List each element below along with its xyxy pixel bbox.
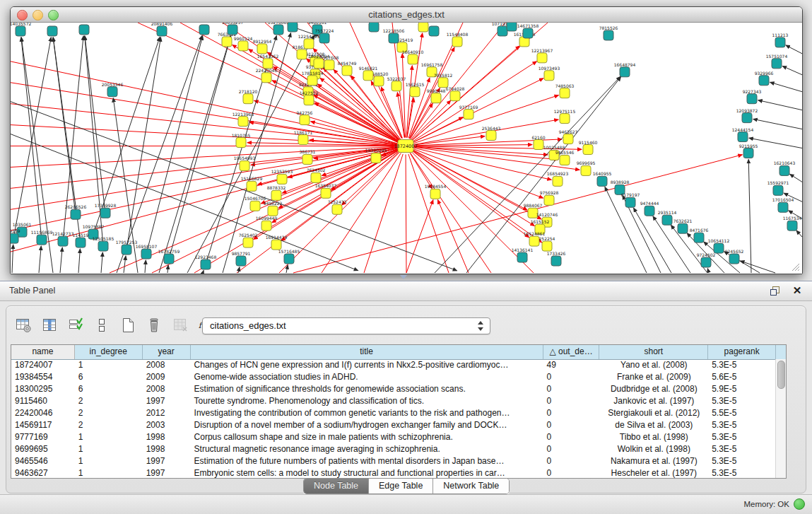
table-row[interactable]: 946554611997Estimation of the future num… <box>11 455 776 467</box>
graph-node[interactable] <box>199 25 209 35</box>
graph-node[interactable]: 16648794 <box>614 62 636 77</box>
graph-node[interactable]: 9463627 <box>559 129 578 144</box>
row-height-icon[interactable] <box>92 315 112 335</box>
graph-node[interactable]: 7625402 <box>239 233 258 247</box>
graph-node[interactable]: 1640955 <box>593 171 612 186</box>
graph-node[interactable]: 9857791 <box>232 251 251 266</box>
graph-node[interactable]: 1427512 <box>300 90 319 105</box>
graph-node[interactable]: 16854923 <box>547 171 569 186</box>
graph-node[interactable]: 8813054 <box>365 23 384 32</box>
graph-node[interactable]: 16958107 <box>136 244 158 259</box>
graph-node[interactable]: 14136141 <box>512 247 534 262</box>
column-header-title[interactable]: title <box>191 345 543 359</box>
graph-node[interactable]: 12213967 <box>531 48 553 63</box>
column-header-in_degree[interactable]: in_degree <box>75 345 143 359</box>
table-row[interactable]: 1872400712008Changes of HCN gene express… <box>11 359 776 371</box>
graph-node[interactable]: 12975115 <box>554 109 576 124</box>
graph-node[interactable]: 16782759 <box>158 249 180 264</box>
graph-node[interactable]: 1167534 <box>783 216 802 230</box>
graph-node[interactable]: 2536443 <box>482 126 501 141</box>
graph-node[interactable]: 20891406 <box>151 23 173 36</box>
column-header-year[interactable]: year <box>143 345 191 359</box>
graph-node[interactable]: 15751074 <box>766 54 788 69</box>
network-canvas[interactable]: 1632541916640910169617587955812999044867… <box>11 23 802 274</box>
graph-node[interactable]: 7485063 <box>555 83 575 98</box>
table-row[interactable]: 977716911998Corpus callosum shape and si… <box>11 431 776 443</box>
graph-node[interactable]: 16099449 <box>256 216 278 230</box>
zoom-window-button[interactable] <box>48 10 59 21</box>
table-row[interactable]: 1456911722003Disruption of a novel membe… <box>11 419 776 431</box>
new-table-icon[interactable] <box>118 315 138 335</box>
graph-node[interactable]: 8912954 <box>253 39 272 54</box>
delete-table-icon[interactable] <box>144 315 164 335</box>
close-icon[interactable]: ✕ <box>791 284 804 297</box>
graph-node[interactable]: 7815526 <box>599 25 618 40</box>
splitter-handle-icon[interactable] <box>400 275 407 279</box>
graph-node[interactable]: 22420046 <box>256 68 278 83</box>
graph-node[interactable]: 2718120 <box>239 89 258 104</box>
graph-node[interactable]: 11548408 <box>447 32 469 47</box>
graph-node[interactable]: 16210643 <box>774 160 796 175</box>
graph-node[interactable]: 1562615 <box>406 82 425 97</box>
graph-node[interactable] <box>47 26 57 36</box>
graph-node[interactable]: 10973493 <box>539 66 560 81</box>
tab-edge-table[interactable]: Edge Table <box>369 479 433 493</box>
graph-node[interactable]: 8471676 <box>690 228 709 243</box>
tab-node-table[interactable]: Node Table <box>304 479 369 493</box>
table-row[interactable]: 2242004622012Investigating the contribut… <box>11 407 776 419</box>
graph-node[interactable]: 12142737 <box>52 231 74 246</box>
table-row[interactable]: 1830029562008Estimation of significance … <box>11 383 776 395</box>
column-header-short[interactable]: short <box>599 345 708 359</box>
graph-node[interactable]: 1186171 <box>294 130 313 145</box>
graph-node[interactable] <box>79 25 89 35</box>
graph-node[interactable]: 17016504 <box>772 197 794 212</box>
table-scrollbar[interactable] <box>775 359 786 478</box>
graph-node[interactable]: 12505185 <box>93 236 114 251</box>
graph-node[interactable]: 20053346 <box>102 82 124 97</box>
graph-node[interactable]: 7252433 <box>328 199 347 214</box>
column-header-name[interactable]: name <box>11 345 75 359</box>
table-selector-dropdown[interactable]: citations_edges.txt <box>202 317 490 334</box>
graph-node[interactable]: 9960124 <box>234 36 253 51</box>
table-row[interactable]: 969969511998Structural magnetic resonanc… <box>11 443 776 455</box>
graph-node[interactable]: 12093872 <box>736 108 758 123</box>
graph-node[interactable]: 9115460 <box>579 140 598 155</box>
graph-node[interactable]: 6179197 <box>621 192 640 207</box>
graph-node[interactable]: 9329966 <box>755 71 774 86</box>
column-chooser-icon[interactable] <box>40 315 59 335</box>
graph-node[interactable]: 12444154 <box>732 127 754 142</box>
graph-node[interactable]: 15716485 <box>278 249 300 264</box>
graph-node[interactable]: 15276062 <box>268 23 290 35</box>
graph-node[interactable]: 9724502 <box>697 252 716 267</box>
float-window-icon[interactable] <box>768 284 781 297</box>
graph-node[interactable]: 19384554 <box>425 184 447 199</box>
close-window-button[interactable] <box>17 10 28 21</box>
graph-node[interactable]: 12923468 <box>195 255 217 269</box>
graph-node[interactable]: 11156869 <box>31 230 53 245</box>
graph-node[interactable]: 15592971 <box>767 180 789 195</box>
table-row[interactable]: 946362711997Embryonic stem cells: a mode… <box>11 467 776 478</box>
graph-node[interactable] <box>429 26 439 36</box>
graph-node[interactable]: 1733426 <box>547 251 566 266</box>
graph-node[interactable]: 1810755 <box>232 133 251 148</box>
graph-node[interactable]: 17359928 <box>95 203 117 218</box>
graph-node[interactable]: 9215955 <box>739 144 758 158</box>
column-header-out_de[interactable]: △ out_de… <box>543 345 600 359</box>
select-rows-icon[interactable] <box>66 315 86 335</box>
graph-node[interactable]: 114519 <box>73 233 89 247</box>
graph-node[interactable]: 252254 <box>539 236 555 251</box>
graph-node[interactable]: 9498222 <box>264 201 283 216</box>
minimize-window-button[interactable] <box>33 10 43 21</box>
graph-node[interactable]: 14035572 <box>11 23 31 36</box>
delete-column-icon[interactable] <box>170 315 190 335</box>
graph-node[interactable]: 16914479 <box>266 235 288 250</box>
scrollbar-thumb[interactable] <box>777 361 785 389</box>
table-row[interactable]: 911546021997Tourette syndrome. Phenomeno… <box>11 395 776 407</box>
graph-node[interactable]: 9227343 <box>743 89 762 104</box>
graph-node[interactable]: 12353593 <box>271 169 293 184</box>
tab-network-table[interactable]: Network Table <box>433 479 509 493</box>
graph-node[interactable]: 26206526 <box>65 204 87 219</box>
table-row[interactable]: 1938455462009Genome-wide association stu… <box>11 371 776 383</box>
graph-node[interactable]: 9474444 <box>640 201 659 216</box>
column-header-pagerank[interactable]: pagerank <box>708 345 776 359</box>
